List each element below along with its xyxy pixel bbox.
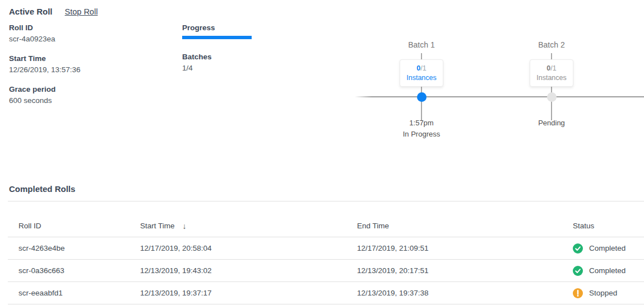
grace-period-value: 600 seconds <box>9 95 81 106</box>
batch-1-instances-label: Instances <box>400 73 443 83</box>
cell-status: Stopped <box>573 288 644 298</box>
cell-status: Completed <box>573 243 644 254</box>
status-label: Completed <box>589 266 626 275</box>
active-roll-section: Active Roll Stop Roll Roll ID scr-4a0923… <box>0 0 644 176</box>
section-divider <box>8 201 644 201</box>
cell-status: Completed <box>573 266 644 276</box>
active-roll-header: Active Roll Stop Roll <box>9 7 98 16</box>
cell-start-time: 12/13/2019, 19:37:17 <box>140 289 357 297</box>
table-row: scr-eeaabfd1 12/13/2019, 19:37:17 12/13/… <box>8 282 644 304</box>
active-roll-title: Active Roll <box>9 7 53 16</box>
batch-2-instances-label: Instances <box>530 73 573 83</box>
batch-1-instance-count: 0/1 <box>400 64 443 73</box>
detail-grace-period: Grace period 600 seconds <box>9 84 81 106</box>
column-header-end-time: End Time <box>357 222 573 230</box>
batch-1-name: Batch 1 <box>388 40 455 49</box>
timeline-batch-2: Batch 2 0/1 Instances Pending <box>518 0 585 146</box>
table-row: scr-0a36c663 12/13/2019, 19:43:02 12/13/… <box>8 260 644 282</box>
progress-bar <box>182 36 252 39</box>
batch-1-progress-dot <box>417 92 427 102</box>
batches-label: Batches <box>182 51 261 63</box>
batch-1-state: In Progress <box>388 130 455 138</box>
progress-bar-fill <box>182 36 252 39</box>
batch-1-time: 1:57pm <box>388 119 455 127</box>
timeline-batch-1: Batch 1 0/1 Instances 1:57pm In Progress <box>388 0 455 146</box>
batch-2-name: Batch 2 <box>518 40 585 49</box>
start-time-value: 12/26/2019, 13:57:36 <box>9 64 81 76</box>
batch-2-progress-dot <box>547 92 557 102</box>
check-circle-icon <box>573 266 583 276</box>
completed-rolls-table: Roll ID Start Time ↓ End Time Status scr… <box>8 215 644 304</box>
detail-roll-id: Roll ID scr-4a0923ea <box>9 22 81 45</box>
start-time-label: Start Time <box>9 53 81 64</box>
table-header-row: Roll ID Start Time ↓ End Time Status <box>8 215 644 237</box>
batch-2-instance-count: 0/1 <box>530 64 573 73</box>
progress-column: Progress Batches 1/4 <box>182 22 261 74</box>
roll-details: Roll ID scr-4a0923ea Start Time 12/26/20… <box>9 22 81 115</box>
status-label: Stopped <box>589 289 617 297</box>
sort-descending-icon[interactable]: ↓ <box>183 222 187 231</box>
cell-roll-id: scr-4263e4be <box>18 244 140 252</box>
cell-start-time: 12/17/2019, 20:58:04 <box>140 244 357 252</box>
batch-2-instances-card[interactable]: 0/1 Instances <box>530 59 573 87</box>
table-row: scr-4263e4be 12/17/2019, 20:58:04 12/17/… <box>8 237 644 260</box>
grace-period-label: Grace period <box>9 84 81 95</box>
cell-roll-id: scr-0a36c663 <box>18 266 140 275</box>
cell-start-time: 12/13/2019, 19:43:02 <box>140 266 357 275</box>
stop-roll-link[interactable]: Stop Roll <box>65 7 98 16</box>
cell-end-time: 12/17/2019, 21:09:51 <box>357 244 573 252</box>
progress-label: Progress <box>182 22 261 34</box>
column-header-status: Status <box>573 222 644 230</box>
batch-2-time: Pending <box>518 119 585 127</box>
column-header-roll-id: Roll ID <box>18 222 140 230</box>
roll-id-value: scr-4a0923ea <box>9 34 81 45</box>
column-header-start-time[interactable]: Start Time ↓ <box>140 222 357 231</box>
cell-end-time: 12/13/2019, 20:17:51 <box>357 266 573 275</box>
batch-1-instances-card[interactable]: 0/1 Instances <box>400 59 443 87</box>
batches-value: 1/4 <box>182 63 261 74</box>
cell-end-time: 12/13/2019, 19:37:38 <box>357 289 573 297</box>
roll-id-label: Roll ID <box>9 22 81 34</box>
completed-rolls-title: Completed Rolls <box>9 184 75 194</box>
status-label: Completed <box>589 244 626 252</box>
detail-start-time: Start Time 12/26/2019, 13:57:36 <box>9 53 81 76</box>
cell-roll-id: scr-eeaabfd1 <box>18 289 140 297</box>
check-circle-icon <box>573 243 583 254</box>
exclamation-circle-icon <box>573 288 583 298</box>
